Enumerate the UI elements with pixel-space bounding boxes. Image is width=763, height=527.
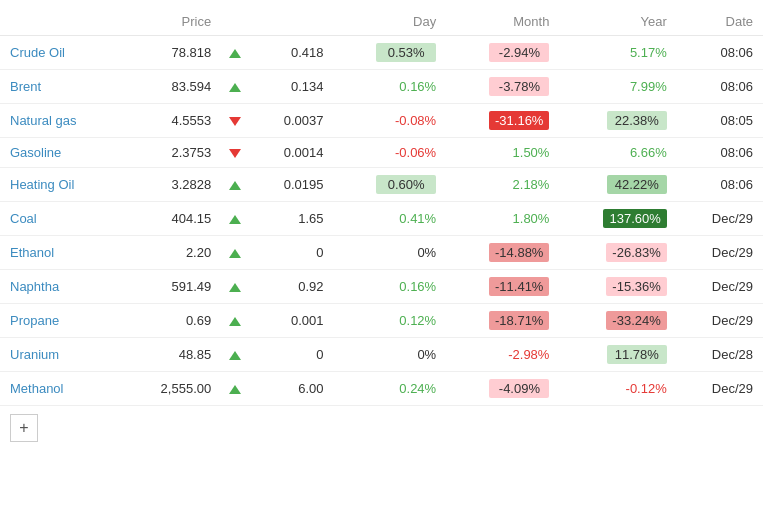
col-header-name [0,8,122,36]
year-badge: 22.38% [607,111,667,130]
cell-name[interactable]: Naphtha [0,270,122,304]
commodities-table: Price Day Month Year Date Crude Oil78.81… [0,8,763,406]
cell-arrow [221,104,249,138]
cell-name[interactable]: Methanol [0,372,122,406]
year-badge: 42.22% [607,175,667,194]
cell-price: 48.85 [122,338,221,372]
cell-price: 4.5553 [122,104,221,138]
cell-name[interactable]: Natural gas [0,104,122,138]
table-row[interactable]: Natural gas4.55530.0037-0.08%-31.16%22.3… [0,104,763,138]
cell-price: 591.49 [122,270,221,304]
cell-arrow [221,138,249,168]
cell-date: 08:05 [677,104,763,138]
cell-year: 22.38% [559,104,676,138]
cell-arrow [221,304,249,338]
table-body: Crude Oil78.8180.4180.53%-2.94%5.17%08:0… [0,36,763,406]
table-row[interactable]: Coal404.151.650.41%1.80%137.60%Dec/29 [0,202,763,236]
cell-date: Dec/29 [677,202,763,236]
arrow-down-icon [229,149,241,158]
cell-month: -2.94% [446,36,559,70]
cell-change: 0.0014 [249,138,333,168]
cell-price: 2,555.00 [122,372,221,406]
col-header-arrow [221,8,249,36]
cell-year: -0.12% [559,372,676,406]
col-header-change [249,8,333,36]
table-row[interactable]: Crude Oil78.8180.4180.53%-2.94%5.17%08:0… [0,36,763,70]
table-row[interactable]: Naphtha591.490.920.16%-11.41%-15.36%Dec/… [0,270,763,304]
day-badge: 0.53% [376,43,436,62]
cell-name[interactable]: Coal [0,202,122,236]
col-header-year: Year [559,8,676,36]
cell-name[interactable]: Ethanol [0,236,122,270]
cell-year: 137.60% [559,202,676,236]
cell-name[interactable]: Brent [0,70,122,104]
month-badge: -14.88% [489,243,549,262]
col-header-date: Date [677,8,763,36]
cell-year: 11.78% [559,338,676,372]
month-badge: -3.78% [489,77,549,96]
cell-day: 0.41% [334,202,447,236]
cell-name[interactable]: Uranium [0,338,122,372]
cell-year: -26.83% [559,236,676,270]
table-row[interactable]: Ethanol2.2000%-14.88%-26.83%Dec/29 [0,236,763,270]
cell-price: 78.818 [122,36,221,70]
cell-change: 0.0195 [249,168,333,202]
year-badge: -15.36% [606,277,666,296]
cell-name[interactable]: Crude Oil [0,36,122,70]
cell-change: 1.65 [249,202,333,236]
cell-day: 0.53% [334,36,447,70]
cell-change: 0.001 [249,304,333,338]
cell-month: -11.41% [446,270,559,304]
month-badge: -2.94% [489,43,549,62]
month-badge: -18.71% [489,311,549,330]
add-row-button[interactable]: + [10,414,38,442]
cell-month: 2.18% [446,168,559,202]
table-row[interactable]: Uranium48.8500%-2.98%11.78%Dec/28 [0,338,763,372]
cell-year: 6.66% [559,138,676,168]
cell-month: 1.50% [446,138,559,168]
cell-month: -18.71% [446,304,559,338]
cell-day: 0.16% [334,70,447,104]
cell-name[interactable]: Propane [0,304,122,338]
arrow-up-icon [229,351,241,360]
col-header-month: Month [446,8,559,36]
day-badge: 0.60% [376,175,436,194]
cell-month: -4.09% [446,372,559,406]
cell-price: 2.3753 [122,138,221,168]
col-header-day: Day [334,8,447,36]
year-badge: -26.83% [606,243,666,262]
cell-change: 0 [249,236,333,270]
cell-change: 0.92 [249,270,333,304]
cell-arrow [221,236,249,270]
cell-date: 08:06 [677,70,763,104]
cell-date: Dec/29 [677,304,763,338]
cell-month: 1.80% [446,202,559,236]
arrow-up-icon [229,283,241,292]
table-header: Price Day Month Year Date [0,8,763,36]
cell-date: Dec/29 [677,270,763,304]
cell-arrow [221,270,249,304]
table-row[interactable]: Heating Oil3.28280.01950.60%2.18%42.22%0… [0,168,763,202]
cell-name[interactable]: Gasoline [0,138,122,168]
cell-change: 6.00 [249,372,333,406]
cell-year: -15.36% [559,270,676,304]
arrow-up-icon [229,181,241,190]
cell-day: 0% [334,338,447,372]
year-badge: -33.24% [606,311,666,330]
cell-arrow [221,36,249,70]
cell-date: Dec/29 [677,236,763,270]
cell-year: 42.22% [559,168,676,202]
cell-date: Dec/28 [677,338,763,372]
year-badge: 11.78% [607,345,667,364]
cell-arrow [221,168,249,202]
arrow-down-icon [229,117,241,126]
table-row[interactable]: Propane0.690.0010.12%-18.71%-33.24%Dec/2… [0,304,763,338]
cell-date: 08:06 [677,138,763,168]
cell-name[interactable]: Heating Oil [0,168,122,202]
arrow-up-icon [229,317,241,326]
table-row[interactable]: Gasoline2.37530.0014-0.06%1.50%6.66%08:0… [0,138,763,168]
cell-change: 0.0037 [249,104,333,138]
year-badge: 137.60% [603,209,666,228]
table-row[interactable]: Brent83.5940.1340.16%-3.78%7.99%08:06 [0,70,763,104]
table-row[interactable]: Methanol2,555.006.000.24%-4.09%-0.12%Dec… [0,372,763,406]
